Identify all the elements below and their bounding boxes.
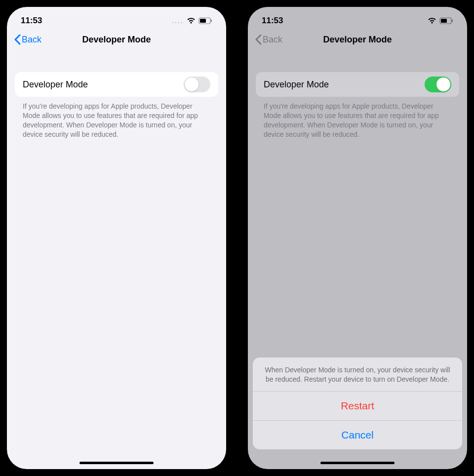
svg-rect-2 — [211, 20, 212, 22]
svg-rect-4 — [441, 19, 447, 23]
footer-description: If you're developing apps for Apple prod… — [264, 102, 451, 139]
developer-mode-label: Developer Mode — [23, 79, 88, 90]
developer-mode-label: Developer Mode — [264, 79, 329, 90]
home-indicator[interactable] — [79, 462, 154, 464]
nav-header: Back Developer Mode — [248, 29, 467, 50]
action-sheet-message: When Developer Mode is turned on, your d… — [253, 357, 462, 391]
cellular-icon: .... — [172, 17, 184, 25]
action-sheet: When Developer Mode is turned on, your d… — [253, 357, 462, 449]
developer-mode-toggle[interactable] — [184, 77, 210, 92]
back-label: Back — [22, 35, 41, 45]
chevron-left-icon — [255, 34, 262, 45]
back-button[interactable]: Back — [11, 34, 41, 45]
status-right: .... — [172, 17, 212, 25]
status-time: 11:53 — [21, 16, 42, 26]
svg-rect-1 — [200, 19, 206, 23]
status-bar: 11:53 .... — [7, 7, 226, 29]
wifi-icon — [428, 17, 436, 24]
toggle-knob — [436, 78, 450, 91]
developer-mode-row: Developer Mode — [256, 72, 459, 97]
svg-rect-5 — [452, 20, 453, 22]
footer-description: If you're developing apps for Apple prod… — [23, 102, 210, 139]
phone-screen-right: 11:53 .... Back Developer Mode Developer… — [248, 7, 467, 469]
status-bar: 11:53 .... — [248, 7, 467, 29]
content: Developer Mode If you're developing apps… — [7, 50, 226, 139]
home-indicator[interactable] — [320, 462, 395, 464]
developer-mode-toggle[interactable] — [425, 77, 451, 92]
cellular-icon: .... — [413, 17, 425, 25]
phone-screen-left: 11:53 .... Back Developer Mode Developer… — [7, 7, 226, 469]
restart-button[interactable]: Restart — [253, 392, 462, 420]
nav-header: Back Developer Mode — [7, 29, 226, 50]
status-time: 11:53 — [262, 16, 283, 26]
status-right: .... — [413, 17, 453, 25]
toggle-knob — [185, 78, 198, 91]
battery-icon — [198, 17, 212, 24]
developer-mode-row: Developer Mode — [15, 72, 218, 97]
wifi-icon — [187, 17, 196, 24]
battery-icon — [439, 17, 453, 24]
back-label: Back — [263, 35, 282, 45]
chevron-left-icon — [14, 34, 21, 45]
cancel-button[interactable]: Cancel — [253, 421, 462, 449]
back-button[interactable]: Back — [252, 34, 282, 45]
content: Developer Mode If you're developing apps… — [248, 50, 467, 139]
